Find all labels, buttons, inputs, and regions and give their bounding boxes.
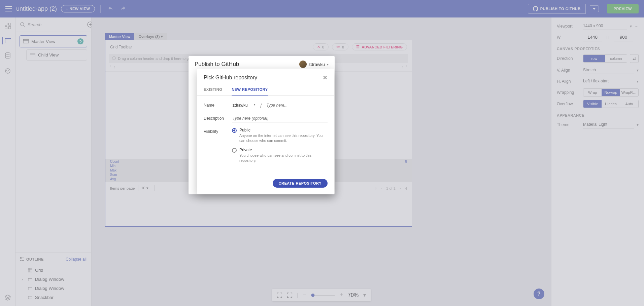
chevron-down-icon: ▾	[327, 63, 329, 66]
user-name: zdrawku	[309, 62, 325, 67]
name-label: Name	[204, 102, 228, 108]
public-label: Public	[239, 128, 328, 132]
user-chip[interactable]: zdrawku ▾	[299, 61, 329, 68]
create-repository-button[interactable]: CREATE REPOSITORY	[273, 179, 328, 188]
visibility-public[interactable]: Public Anyone on the internet can see th…	[232, 128, 328, 144]
avatar	[299, 61, 307, 68]
owner-select[interactable]: zdrawku	[232, 102, 256, 109]
slash: /	[260, 102, 262, 109]
visibility-private[interactable]: Private You choose who can see and commi…	[232, 148, 328, 163]
description-label: Description	[204, 115, 228, 121]
inner-modal-title: Pick GitHub repository	[204, 75, 257, 81]
private-label: Private	[239, 148, 328, 152]
visibility-label: Visibility	[204, 128, 228, 134]
close-icon[interactable]: ✕	[323, 74, 328, 81]
repo-description-input[interactable]	[232, 115, 328, 122]
repo-name-input[interactable]	[266, 102, 328, 109]
tab-new-repository[interactable]: NEW REPOSITORY	[232, 84, 268, 95]
radio-icon	[232, 128, 237, 133]
pick-repository-modal: Pick GitHub repository ✕ EXISTING NEW RE…	[197, 69, 334, 194]
public-description: Anyone on the internet can see this repo…	[239, 133, 328, 144]
radio-icon	[232, 148, 237, 153]
tab-existing[interactable]: EXISTING	[204, 84, 222, 95]
modal-title: Publish to GitHub	[195, 61, 239, 68]
private-description: You choose who can see and commit to thi…	[239, 153, 328, 163]
repo-tabs: EXISTING NEW REPOSITORY	[197, 84, 334, 95]
